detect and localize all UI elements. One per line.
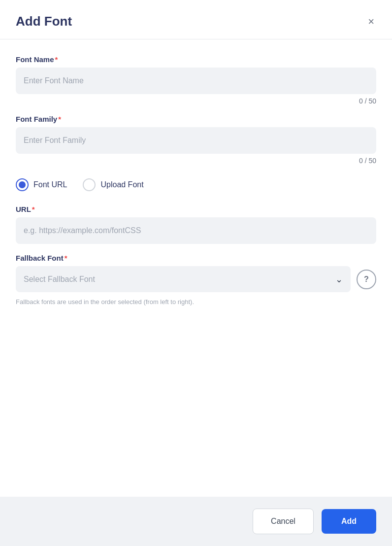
help-icon-button[interactable]: ?: [357, 270, 376, 289]
fallback-font-label: Fallback Font*: [16, 254, 376, 262]
radio-font-url[interactable]: Font URL: [16, 178, 67, 191]
fallback-font-select[interactable]: Select Fallback Font: [16, 266, 351, 292]
modal-container: Add Font × Font Name* 0 / 50 Font Family…: [0, 0, 392, 546]
radio-upload-font-circle[interactable]: [83, 178, 96, 191]
fallback-row: Select Fallback Font ⌄ ?: [16, 266, 376, 292]
radio-upload-font-label: Upload Font: [100, 180, 143, 189]
fallback-select-wrapper: Select Fallback Font ⌄: [16, 266, 351, 292]
font-family-group: Font Family* 0 / 50: [16, 115, 376, 165]
fallback-font-required: *: [65, 254, 67, 262]
font-name-char-count: 0 / 50: [16, 97, 376, 105]
header-divider: [0, 39, 392, 39]
url-required: *: [32, 205, 35, 213]
font-name-required: *: [55, 55, 58, 64]
url-input[interactable]: [16, 217, 376, 244]
fallback-font-group: Fallback Font* Select Fallback Font ⌄ ? …: [16, 254, 376, 307]
font-family-input[interactable]: [16, 127, 376, 154]
radio-upload-font[interactable]: Upload Font: [83, 178, 143, 191]
url-group: URL*: [16, 205, 376, 244]
radio-font-url-label: Font URL: [33, 180, 67, 189]
font-name-label: Font Name*: [16, 55, 376, 64]
close-icon: ×: [368, 16, 374, 27]
font-family-label: Font Family*: [16, 115, 376, 123]
modal-header: Add Font ×: [0, 0, 392, 39]
modal-body: Font Name* 0 / 50 Font Family* 0 / 50 Fo…: [0, 43, 392, 497]
modal-title: Add Font: [16, 14, 72, 29]
radio-group: Font URL Upload Font: [16, 178, 376, 191]
cancel-button[interactable]: Cancel: [253, 509, 314, 534]
font-name-group: Font Name* 0 / 50: [16, 55, 376, 105]
fallback-hint: Fallback fonts are used in the order sel…: [16, 297, 376, 307]
font-family-char-count: 0 / 50: [16, 157, 376, 165]
font-name-input[interactable]: [16, 68, 376, 94]
close-button[interactable]: ×: [366, 14, 376, 29]
radio-font-url-circle[interactable]: [16, 178, 29, 191]
modal-footer: Cancel Add: [0, 497, 392, 546]
url-label: URL*: [16, 205, 376, 213]
font-family-required: *: [58, 115, 61, 123]
add-button[interactable]: Add: [322, 509, 376, 534]
help-icon: ?: [364, 275, 369, 284]
